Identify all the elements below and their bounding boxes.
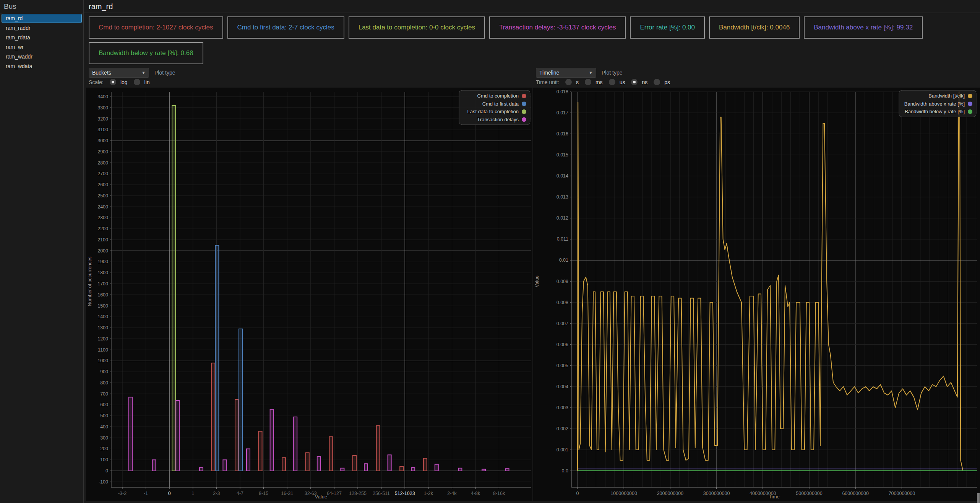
- svg-text:0.002: 0.002: [557, 426, 568, 431]
- bar-transaction-delays: [458, 468, 462, 471]
- sidebar-item-ram_raddr[interactable]: ram_raddr: [2, 23, 82, 33]
- svg-text:1000: 1000: [97, 358, 108, 363]
- stat-badge: Error rate [%]: 0.00: [630, 16, 705, 39]
- svg-text:0.0: 0.0: [562, 468, 568, 474]
- time-unit-radio-label-ns: ns: [642, 79, 647, 85]
- svg-text:Bandwidth above x rate [%]: Bandwidth above x rate [%]: [904, 101, 965, 107]
- svg-text:0.007: 0.007: [557, 321, 568, 326]
- timeline-chart[interactable]: 0.0180.0170.0160.0150.0140.0130.0120.011…: [533, 88, 980, 501]
- plot-type-select-right-value: Timeline: [539, 70, 559, 76]
- svg-text:5000000000: 5000000000: [796, 491, 823, 496]
- sidebar-item-ram_wdata[interactable]: ram_wdata: [2, 62, 82, 71]
- sidebar-item-ram_rd[interactable]: ram_rd: [2, 14, 82, 23]
- svg-text:900: 900: [100, 369, 108, 374]
- bar-transaction-delays: [270, 409, 274, 471]
- svg-text:1: 1: [191, 491, 194, 496]
- stat-badge: Cmd to first data: 2-7 clock cycles: [227, 16, 344, 39]
- svg-text:64-127: 64-127: [327, 491, 342, 496]
- stat-badge: Last data to completion: 0-0 clock cycle…: [349, 16, 485, 39]
- svg-text:0.006: 0.006: [557, 342, 568, 347]
- svg-text:0.004: 0.004: [557, 384, 568, 389]
- svg-text:2100: 2100: [97, 237, 108, 243]
- time-unit-radio-us[interactable]: [609, 79, 615, 85]
- svg-text:1800: 1800: [97, 270, 108, 275]
- svg-text:2400: 2400: [97, 204, 108, 210]
- bar-transaction-delays: [200, 467, 203, 471]
- svg-text:-1: -1: [144, 491, 148, 496]
- svg-text:7000000000: 7000000000: [889, 491, 915, 496]
- svg-text:1400: 1400: [97, 314, 108, 319]
- bar-cmd-to-completion: [400, 466, 403, 471]
- svg-text:0.003: 0.003: [557, 405, 568, 410]
- sidebar-item-ram_waddr[interactable]: ram_waddr: [2, 52, 82, 61]
- svg-text:0.01: 0.01: [559, 257, 568, 263]
- svg-text:1000000000: 1000000000: [610, 491, 637, 496]
- svg-text:300: 300: [100, 435, 108, 441]
- stat-badge: Bandwidth above x rate [%]: 99.32: [804, 16, 923, 39]
- svg-text:500: 500: [100, 413, 108, 418]
- svg-text:0.001: 0.001: [557, 447, 568, 453]
- svg-text:0.014: 0.014: [557, 173, 568, 179]
- svg-text:1200: 1200: [97, 336, 108, 342]
- svg-text:400: 400: [100, 424, 108, 430]
- svg-text:4-8k: 4-8k: [471, 491, 480, 496]
- time-unit-radio-ms[interactable]: [585, 79, 591, 85]
- svg-text:0.016: 0.016: [557, 131, 568, 137]
- time-unit-radio-ns[interactable]: [631, 79, 638, 85]
- svg-text:2300: 2300: [97, 215, 108, 220]
- bar-cmd-to-first-data: [239, 329, 242, 471]
- svg-text:Value: Value: [534, 275, 540, 287]
- stat-badge: Bandwidth below y rate [%]: 0.68: [89, 42, 203, 64]
- svg-text:Bandwidth [t/clk]: Bandwidth [t/clk]: [928, 93, 965, 99]
- svg-text:0.015: 0.015: [557, 152, 568, 158]
- plot-type-select-left[interactable]: Buckets ▼: [89, 68, 149, 78]
- bar-cmd-to-completion: [423, 458, 427, 471]
- svg-text:3000000000: 3000000000: [703, 491, 730, 496]
- chevron-down-icon: ▼: [141, 70, 146, 75]
- time-unit-radio-ps[interactable]: [654, 79, 660, 85]
- sidebar-title: Bus: [0, 0, 83, 13]
- svg-text:0.005: 0.005: [557, 363, 568, 368]
- bar-transaction-delays: [317, 457, 321, 471]
- time-unit-radio-s[interactable]: [565, 79, 572, 85]
- sidebar-item-ram_rdata[interactable]: ram_rdata: [2, 33, 82, 42]
- svg-text:16-31: 16-31: [281, 491, 293, 496]
- scale-radio-lin[interactable]: [134, 79, 140, 85]
- sidebar-separator: [0, 13, 83, 13]
- bar-cmd-to-completion: [235, 399, 239, 471]
- bar-cmd-to-completion: [376, 426, 380, 471]
- svg-text:Value: Value: [315, 494, 327, 500]
- svg-text:2-3: 2-3: [213, 491, 220, 496]
- scale-radio-log[interactable]: [110, 79, 116, 85]
- time-unit-radio-label-us: us: [620, 79, 625, 85]
- svg-text:200: 200: [100, 446, 108, 451]
- bar-cmd-to-completion: [353, 456, 356, 471]
- bar-transaction-delays: [223, 460, 226, 471]
- svg-text:2600: 2600: [97, 182, 108, 187]
- svg-text:0.018: 0.018: [557, 89, 568, 94]
- svg-text:2-4k: 2-4k: [447, 491, 457, 496]
- svg-text:0.009: 0.009: [557, 279, 568, 284]
- time-unit-radio-label-ps: ps: [664, 79, 670, 85]
- buckets-histogram-chart[interactable]: 3400330032003100300029002800270026002500…: [86, 88, 532, 501]
- plot-type-select-right[interactable]: Timeline ▼: [536, 68, 596, 78]
- svg-text:3000: 3000: [97, 138, 108, 143]
- stat-badge: Bandwidth [t/clk]: 0.0046: [709, 16, 800, 39]
- bar-cmd-to-completion: [282, 457, 286, 471]
- svg-text:Transaction delays: Transaction delays: [477, 117, 519, 122]
- sidebar-item-ram_wr[interactable]: ram_wr: [2, 42, 82, 52]
- bar-transaction-delays: [482, 469, 485, 471]
- scrollbar-grip[interactable]: [977, 493, 980, 503]
- svg-text:1100: 1100: [98, 347, 108, 353]
- svg-text:8-15: 8-15: [259, 491, 268, 496]
- svg-text:2900: 2900: [97, 149, 108, 155]
- svg-text:3300: 3300: [97, 105, 108, 111]
- left-chart-legend: Cmd to completionCmd to first dataLast d…: [459, 90, 530, 125]
- svg-text:2800: 2800: [97, 160, 108, 166]
- svg-text:0.011: 0.011: [557, 236, 568, 242]
- svg-text:512-1023: 512-1023: [395, 491, 415, 496]
- scale-radio-label-lin: lin: [144, 79, 150, 85]
- svg-text:4-7: 4-7: [237, 491, 243, 496]
- svg-text:Bandwidth below y rate [%]: Bandwidth below y rate [%]: [905, 109, 965, 114]
- bar-transaction-delays: [388, 455, 391, 471]
